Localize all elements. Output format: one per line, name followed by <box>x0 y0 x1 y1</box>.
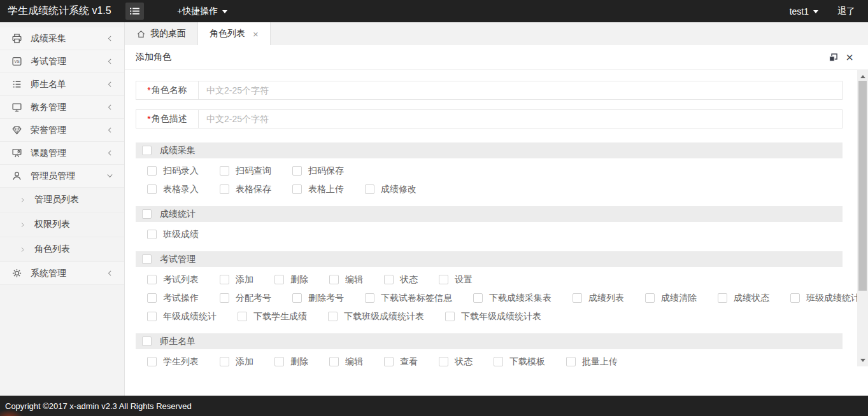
caret-down-icon <box>813 10 818 16</box>
permission-checkbox[interactable] <box>329 275 339 284</box>
permission-checkbox[interactable] <box>384 275 394 284</box>
permission-checkbox[interactable] <box>220 357 229 366</box>
permission-checkbox[interactable] <box>445 312 455 321</box>
permission-checkbox[interactable] <box>473 293 483 303</box>
quick-actions-dropdown[interactable]: +快捷操作 <box>177 6 227 17</box>
sidebar-subitem-admin-manage-1[interactable]: 权限列表 <box>0 212 124 237</box>
scrollbar-thumb[interactable] <box>858 81 867 291</box>
permission-checkbox[interactable] <box>147 357 157 366</box>
permission-checkbox[interactable] <box>147 293 157 303</box>
permission-checkbox[interactable] <box>645 293 655 303</box>
content-scrollbar[interactable] <box>857 70 868 366</box>
caret-down-icon <box>222 10 227 16</box>
permission-checkbox[interactable] <box>238 312 247 321</box>
permission-checkbox[interactable] <box>147 230 157 239</box>
permission-label: 班级成绩统计 <box>806 293 860 304</box>
permission-checkbox[interactable] <box>147 275 157 284</box>
collapse-sidebar-button[interactable] <box>125 3 144 20</box>
permission-row: 考试操作分配考号删除考号下载试卷标签信息下载成绩采集表成绩列表成绩清除成绩状态班… <box>136 289 843 307</box>
permission-checkbox[interactable] <box>573 293 582 303</box>
sidebar-item-honor-manage[interactable]: 荣誉管理 <box>0 119 124 142</box>
permission-label: 成绩列表 <box>588 293 624 304</box>
permission-checkbox[interactable] <box>220 166 229 176</box>
permission-item: 成绩清除 <box>645 293 697 304</box>
permission-label: 学生列表 <box>163 356 199 368</box>
tab-role-list[interactable]: 角色列表× <box>198 22 271 45</box>
permission-checkbox[interactable] <box>147 312 157 321</box>
permission-label: 扫码保存 <box>308 165 344 177</box>
permission-checkbox[interactable] <box>292 166 302 176</box>
sidebar-item-score-collect[interactable]: 成绩采集 <box>0 27 124 50</box>
gem-icon <box>11 125 22 135</box>
sidebar-item-system-manage[interactable]: 系统管理 <box>0 262 124 285</box>
chevron-right-icon <box>19 246 26 253</box>
sidebar-item-academic-manage[interactable]: 教务管理 <box>0 96 124 119</box>
permission-checkbox[interactable] <box>274 275 284 284</box>
permission-label: 下载学生成绩 <box>253 311 307 322</box>
chevron-down-icon <box>106 172 114 180</box>
sidebar-item-topic-manage[interactable]: 课题管理 <box>0 142 124 165</box>
permission-group-exam-manage: 考试管理考试列表添加删除编辑状态设置考试操作分配考号删除考号下载试卷标签信息下载… <box>136 251 843 326</box>
permission-checkbox[interactable] <box>292 184 302 194</box>
scroll-up-arrow[interactable] <box>857 70 868 80</box>
permission-label: 删除 <box>290 274 308 286</box>
permission-checkbox[interactable] <box>384 357 394 366</box>
sidebar-item-exam-manage[interactable]: VS考试管理 <box>0 50 124 73</box>
permission-checkbox[interactable] <box>220 275 229 284</box>
monitor-icon <box>11 102 22 113</box>
sidebar-item-roster[interactable]: 师生名单 <box>0 73 124 96</box>
permission-label: 删除考号 <box>308 293 344 304</box>
username: test1 <box>790 6 809 17</box>
scroll-down-arrow[interactable] <box>857 356 868 366</box>
sidebar-subitem-admin-manage-0[interactable]: 管理员列表 <box>0 188 124 212</box>
permission-checkbox[interactable] <box>220 184 229 194</box>
permission-checkbox[interactable] <box>365 293 374 303</box>
permission-checkbox[interactable] <box>494 357 503 366</box>
permission-item: 扫码保存 <box>292 165 344 177</box>
sidebar-subitem-label: 角色列表 <box>34 244 70 255</box>
close-icon[interactable]: × <box>846 53 853 62</box>
user-dropdown[interactable]: test1 <box>790 6 818 17</box>
permission-checkbox[interactable] <box>566 357 576 366</box>
permission-checkbox[interactable] <box>147 166 157 176</box>
chevron-left-icon <box>106 34 114 43</box>
permission-checkbox[interactable] <box>365 184 374 194</box>
home-icon <box>136 29 146 39</box>
tab-desktop[interactable]: 我的桌面 <box>125 22 198 45</box>
permission-item: 设置 <box>439 274 473 286</box>
restore-window-icon[interactable] <box>829 53 838 62</box>
permission-checkbox[interactable] <box>220 293 229 303</box>
permission-label: 扫码录入 <box>163 165 199 177</box>
permission-checkbox[interactable] <box>292 293 302 303</box>
permission-checkbox[interactable] <box>439 275 448 284</box>
permission-checkbox[interactable] <box>439 357 448 366</box>
permission-checkbox[interactable] <box>790 293 800 303</box>
app-title: 学生成绩统计系统 v1.5 <box>0 4 125 18</box>
permission-checkbox[interactable] <box>328 312 338 321</box>
sidebar-subitem-admin-manage-2[interactable]: 角色列表 <box>0 237 124 262</box>
permission-item: 分配考号 <box>220 293 271 304</box>
permission-checkbox[interactable] <box>147 184 157 194</box>
role-desc-input[interactable] <box>199 110 842 128</box>
logout-link[interactable]: 退了 <box>837 6 855 17</box>
group-checkbox[interactable] <box>142 336 152 346</box>
tab-close-icon[interactable]: × <box>253 29 259 39</box>
chevron-right-icon <box>19 221 26 228</box>
permission-item: 添加 <box>220 274 253 286</box>
role-name-input[interactable] <box>199 81 842 99</box>
permission-checkbox[interactable] <box>274 357 284 366</box>
permission-item: 班级成绩 <box>147 229 199 240</box>
sidebar-item-admin-manage[interactable]: 管理员管理 <box>0 165 124 188</box>
permission-item: 查看 <box>384 356 418 368</box>
sidebar: 成绩采集VS考试管理师生名单教务管理荣誉管理课题管理管理员管理管理员列表权限列表… <box>0 22 125 396</box>
group-checkbox[interactable] <box>142 209 152 219</box>
sidebar-item-label: 荣誉管理 <box>31 125 106 136</box>
group-header-score-stats: 成绩统计 <box>136 206 843 222</box>
permission-checkbox[interactable] <box>718 293 727 303</box>
group-checkbox[interactable] <box>142 146 152 155</box>
group-checkbox[interactable] <box>142 254 152 264</box>
quick-actions-label: +快捷操作 <box>177 6 218 17</box>
permission-label: 表格保存 <box>236 184 271 195</box>
permission-checkbox[interactable] <box>329 357 339 366</box>
permission-row: 表格录入表格保存表格上传成绩修改 <box>136 180 843 198</box>
